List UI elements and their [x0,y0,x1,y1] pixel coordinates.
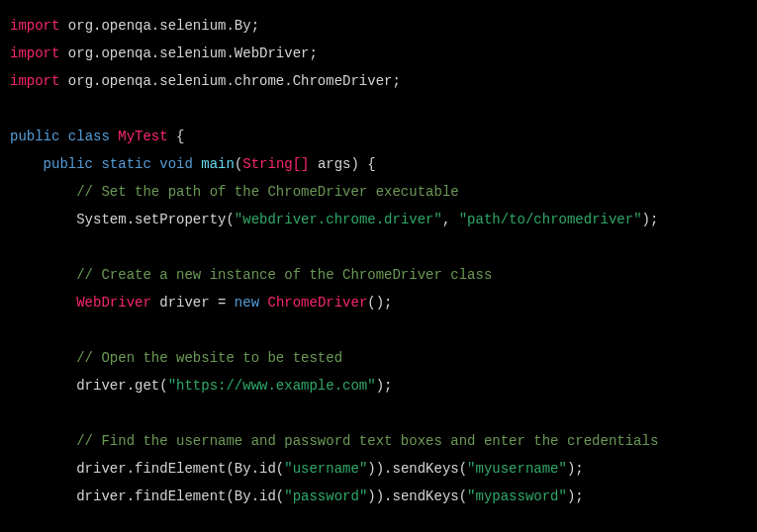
param-name: args [310,156,351,172]
code-line: driver.get("https://www.example.com"); [10,378,393,394]
close: ); [642,212,659,227]
code-line: driver.findElement(By.id("username")).se… [10,461,584,477]
comment: // Find the username and password text b… [76,433,658,449]
code-block: import org.openqa.selenium.By; import or… [10,12,747,510]
brace: { [359,156,376,172]
method-call: driver.findElement(By.id( [76,461,284,477]
code-line: public class MyTest { [10,129,184,144]
code-line: WebDriver driver = new ChromeDriver(); [10,295,393,310]
paren: ) [351,156,359,172]
indent [10,295,76,310]
constructor: ChromeDriver [267,295,367,310]
blank-line [10,405,18,421]
comma: , [442,212,459,227]
method-call: )).sendKeys( [367,488,467,504]
keyword-import: import [10,45,59,61]
keyword-public: public [44,156,93,172]
type: WebDriver [76,295,151,310]
method-name: main [201,156,235,172]
indent [10,267,76,283]
brace: { [168,129,185,144]
string-literal: "mypassword" [467,488,567,504]
string-literal: "path/to/chromedriver" [459,212,642,227]
code-line: public static void main(String[] args) { [10,156,376,172]
comment: // Set the path of the ChromeDriver exec… [76,184,458,200]
keyword-import: import [10,73,59,89]
blank-line [10,322,18,338]
string-literal: "myusername" [467,461,567,477]
method-call: )).sendKeys( [367,461,467,477]
method-call: driver.get( [76,378,167,394]
code-line: driver.findElement(By.id("password")).se… [10,488,584,504]
code-line: import org.openqa.selenium.By; [10,18,259,34]
blank-line [10,239,18,255]
code-line: // Find the username and password text b… [10,433,658,449]
comment: // Create a new instance of the ChromeDr… [76,267,492,283]
comment: // Open the website to be tested [76,350,342,366]
string-literal: "https://www.example.com" [168,378,376,394]
close: ); [376,378,393,394]
code-line: import org.openqa.selenium.WebDriver; [10,45,318,61]
blank-line [10,101,18,117]
indent [10,378,76,394]
package-path: org.openqa.selenium.chrome.ChromeDriver; [59,73,400,89]
keyword-public: public [10,129,59,144]
method-call: driver.findElement(By.id( [76,488,284,504]
code-line: // Open the website to be tested [10,350,342,366]
string-literal: "password" [284,488,367,504]
indent [10,461,76,477]
close: ); [567,488,584,504]
package-path: org.openqa.selenium.By; [59,18,259,34]
paren: (); [367,295,392,310]
indent [10,488,76,504]
package-path: org.openqa.selenium.WebDriver; [59,45,317,61]
keyword-class: class [59,129,118,144]
keyword-void: void [151,156,201,172]
code-line: // Set the path of the ChromeDriver exec… [10,184,459,200]
close: ); [567,461,584,477]
string-literal: "webdriver.chrome.driver" [235,212,442,227]
param-type: String[] [242,156,309,172]
variable: driver [151,295,218,310]
indent [10,350,76,366]
code-line: System.setProperty("webdriver.chrome.dri… [10,212,658,227]
indent [10,184,76,200]
class-name: MyTest [118,129,167,144]
keyword-import: import [10,18,59,34]
code-line: import org.openqa.selenium.chrome.Chrome… [10,73,401,89]
indent [10,433,76,449]
string-literal: "username" [284,461,367,477]
indent [10,156,44,172]
keyword-new: new [226,295,267,310]
method-call: System.setProperty( [76,212,235,227]
keyword-static: static [93,156,151,172]
code-line: // Create a new instance of the ChromeDr… [10,267,492,283]
indent [10,212,76,227]
